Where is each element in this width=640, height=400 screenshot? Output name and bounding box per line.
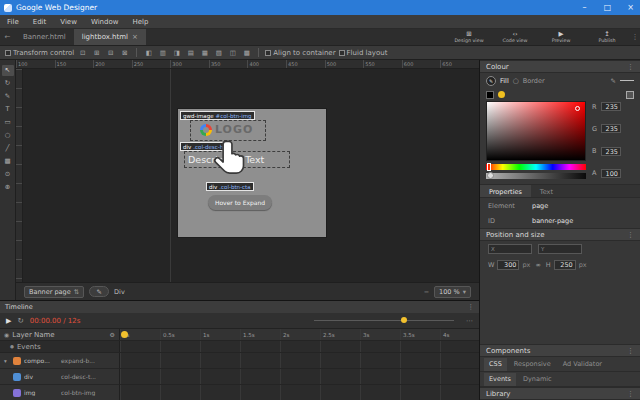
transform-icon[interactable]: ⊡ (77, 49, 88, 57)
hue-slider[interactable] (486, 164, 586, 170)
gear-icon[interactable]: ⚙ (110, 331, 115, 338)
fill-color-icon[interactable]: ✎ (486, 76, 496, 86)
text-tool[interactable]: T (2, 104, 14, 115)
stroke-style-icon[interactable] (620, 80, 634, 81)
kebab-menu-icon[interactable]: ⋮ (627, 347, 634, 355)
tab-lightbox-html[interactable]: lightbox.html × (74, 29, 146, 45)
ellipse-tool[interactable]: ○ (2, 130, 14, 141)
blue-value-input[interactable]: 235 (601, 147, 621, 156)
menu-view[interactable]: View (53, 15, 84, 29)
edit-element-button[interactable]: ✎ (89, 286, 109, 297)
play-button[interactable]: ▶ (6, 317, 11, 325)
green-value-input[interactable]: 235 (601, 124, 621, 133)
design-view-button[interactable]: ⊞ Design view (446, 29, 492, 45)
timeline-layer-row[interactable]: div col-desc-t... (0, 369, 479, 385)
transform-icon[interactable]: ⊠ (119, 49, 130, 57)
border-radio-label[interactable]: Border (523, 77, 545, 85)
page-selector[interactable]: Banner page ⇅ (24, 286, 84, 298)
layer-track[interactable] (120, 385, 479, 400)
line-tool[interactable]: ╱ (2, 143, 14, 154)
border-radio-icon[interactable]: ○ (513, 77, 519, 85)
hand-tool[interactable]: ⊕ (2, 182, 14, 193)
menu-window[interactable]: Window (84, 15, 126, 29)
timeline-layer-row[interactable]: img col-btn-img (0, 385, 479, 400)
chevron-left-icon[interactable]: ← (0, 29, 15, 45)
library-panel-header[interactable]: Library ⋮ (480, 387, 640, 400)
paint-tool[interactable]: ▩ (2, 156, 14, 167)
preview-button[interactable]: ▶ Preview (538, 29, 584, 45)
kebab-menu-icon[interactable]: ⋮ (468, 303, 475, 311)
color-swatch-current[interactable] (626, 91, 634, 99)
timeline-zoom-slider[interactable] (314, 320, 454, 321)
publish-button[interactable]: ↥ Publish (584, 29, 630, 45)
playhead[interactable] (121, 331, 128, 338)
kebab-menu-icon[interactable]: ⋮ (630, 29, 640, 45)
align-top-icon[interactable]: ▤ (185, 49, 196, 57)
align-left-icon[interactable]: ◧ (143, 49, 154, 57)
x-position-input[interactable]: X (488, 244, 532, 254)
code-view-button[interactable]: ‹› Code view (492, 29, 538, 45)
layer-track[interactable] (120, 369, 479, 385)
hue-handle[interactable] (487, 163, 491, 171)
slider-handle[interactable] (401, 317, 407, 323)
fluid-layout-checkbox[interactable]: Fluid layout (339, 49, 388, 57)
tab-css[interactable]: CSS (484, 358, 507, 371)
distribute-v-icon[interactable]: ▩ (241, 49, 252, 57)
tab-ad-validator[interactable]: Ad Validator (558, 358, 607, 371)
shape-tool[interactable]: ▭ (2, 117, 14, 128)
position-size-header[interactable]: Position and size ⋮ (480, 228, 640, 241)
tab-events[interactable]: Events (484, 373, 516, 386)
zoom-tool[interactable]: ⊙ (2, 169, 14, 180)
pencil-icon[interactable]: ✎ (611, 77, 616, 85)
align-right-icon[interactable]: ◨ (171, 49, 182, 57)
zoom-level-select[interactable]: 100 % ▾ (434, 286, 471, 298)
events-track[interactable] (120, 341, 479, 352)
colour-panel-header[interactable]: Colour ⋮ (480, 60, 640, 73)
link-dimensions-icon[interactable]: ∞ (535, 261, 540, 269)
fill-radio-label[interactable]: Fill (500, 77, 509, 85)
width-input[interactable]: 300 (497, 260, 519, 270)
alpha-value-input[interactable]: 100 (601, 169, 621, 178)
transform-icon[interactable]: ⊞ (91, 49, 102, 57)
align-middle-icon[interactable]: ▦ (199, 49, 210, 57)
tab-properties[interactable]: Properties (480, 185, 531, 197)
red-value-input[interactable]: 235 (601, 102, 621, 111)
hover-to-expand-button[interactable]: Hover to Expand (208, 195, 272, 210)
eye-icon[interactable]: ◉ (4, 331, 9, 338)
distribute-h-icon[interactable]: ◫ (227, 49, 238, 57)
zoom-out-button[interactable]: − (424, 288, 429, 296)
minimize-button[interactable]: – (575, 0, 594, 15)
tab-close-icon[interactable]: × (132, 29, 138, 46)
picker-handle[interactable] (575, 106, 580, 111)
align-to-container-checkbox[interactable]: Align to container (265, 49, 335, 57)
kebab-menu-icon[interactable]: ⋮ (627, 231, 634, 239)
layer-track[interactable] (120, 353, 479, 369)
id-value[interactable]: banner-page (532, 217, 573, 225)
canvas[interactable]: gwd-image #col-btn-img LOGO div .col-des… (16, 69, 479, 282)
banner-stage[interactable]: gwd-image #col-btn-img LOGO div .col-des… (178, 109, 326, 237)
tab-text[interactable]: Text (531, 185, 562, 197)
chevron-down-icon[interactable]: ▾ (4, 358, 10, 364)
tab-banner-html[interactable]: Banner.html (15, 29, 74, 45)
close-button[interactable]: × (621, 0, 640, 15)
saturation-value-picker[interactable] (486, 101, 586, 161)
selection-tool[interactable]: ↖ (2, 65, 14, 76)
timeline-events-row[interactable]: ● Events (0, 341, 479, 353)
align-bottom-icon[interactable]: ▧ (213, 49, 224, 57)
kebab-menu-icon[interactable]: ⋮ (627, 390, 634, 398)
y-position-input[interactable]: Y (538, 244, 582, 254)
more-options-icon[interactable]: ⋯ (466, 317, 473, 325)
kebab-menu-icon[interactable]: ⋮ (627, 63, 634, 71)
height-input[interactable]: 250 (554, 260, 576, 270)
loop-button[interactable]: ↻ (17, 316, 23, 325)
time-ruler[interactable]: 0s 0.5s 1s 1.5s 2s 2.5s 3s 3.5s 4s (120, 329, 479, 340)
color-swatch-yellow[interactable] (498, 91, 505, 98)
rotate-tool[interactable]: ↻ (2, 78, 14, 89)
timeline-layer-row[interactable]: ▾ compo... expand-b... (0, 353, 479, 369)
pen-tool[interactable]: ✎ (2, 91, 14, 102)
tab-responsive[interactable]: Responsive (509, 358, 556, 371)
components-panel-header[interactable]: Components ⋮ (480, 344, 640, 357)
menu-file[interactable]: File (0, 15, 26, 29)
alpha-handle[interactable] (487, 172, 494, 179)
transform-icon[interactable]: ⊟ (105, 49, 116, 57)
